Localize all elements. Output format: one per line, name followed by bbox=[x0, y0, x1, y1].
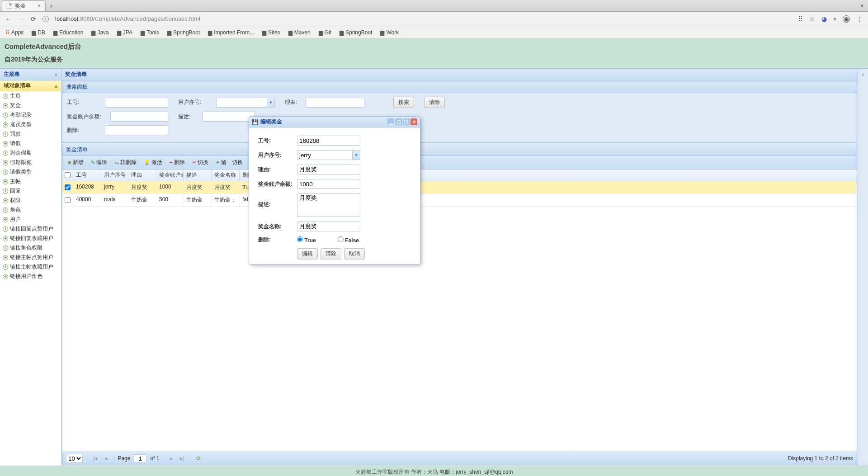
nav-item[interactable]: +链接角色权限 bbox=[0, 243, 61, 253]
radio-false-input[interactable] bbox=[338, 236, 344, 242]
last-page-icon[interactable]: ▸| bbox=[178, 455, 186, 462]
col-reason[interactable]: 理由 bbox=[128, 170, 156, 181]
select-all-checkbox[interactable] bbox=[65, 172, 71, 178]
nav-item[interactable]: +主页 bbox=[0, 91, 61, 101]
menu-icon[interactable]: ⋮ bbox=[856, 15, 863, 23]
bookmark-folder[interactable]: ▆Work bbox=[380, 29, 399, 36]
modal-balance-input[interactable] bbox=[297, 179, 360, 189]
search-reason-input[interactable] bbox=[306, 98, 364, 108]
bookmark-star-icon[interactable]: ☆ bbox=[809, 15, 815, 23]
nav-item[interactable]: +链接回复点赞用户 bbox=[0, 224, 61, 234]
collapse-icon[interactable]: « bbox=[54, 71, 57, 78]
radio-false[interactable]: False bbox=[338, 236, 374, 244]
pagesize-select[interactable]: 10 bbox=[66, 454, 83, 463]
switch-button[interactable]: ✂切换 bbox=[189, 157, 212, 168]
add-button[interactable]: ⊕新增 bbox=[64, 157, 87, 168]
profile-icon[interactable]: ◉ bbox=[843, 15, 850, 23]
url-text[interactable]: localhost:8080/CompleteAdvanced/pages/bo… bbox=[55, 15, 200, 22]
nav-item[interactable]: +主帖 bbox=[0, 177, 61, 186]
table-row[interactable]: 160208jerry月度奖1000月度奖月度奖tru bbox=[62, 181, 857, 194]
bookmark-folder[interactable]: ▆Tools bbox=[141, 29, 159, 36]
bookmark-folder[interactable]: ▆Imported From... bbox=[208, 29, 254, 36]
nav-item[interactable]: +雇员类型 bbox=[0, 120, 61, 129]
col-name[interactable]: 奖金名称 bbox=[212, 170, 240, 181]
nav-item[interactable]: +罚款 bbox=[0, 129, 61, 139]
col-desc[interactable]: 描述 bbox=[184, 170, 212, 181]
browser-tab[interactable]: 奖金 × bbox=[2, 0, 46, 11]
first-page-icon[interactable]: |◂ bbox=[91, 455, 99, 462]
search-del-input[interactable] bbox=[105, 125, 168, 135]
extension-icon[interactable]: ◕ bbox=[821, 15, 827, 23]
col-checkbox[interactable] bbox=[62, 170, 73, 181]
nav-item[interactable]: +请假 bbox=[0, 139, 61, 148]
bookmark-folder[interactable]: ▆Sites bbox=[262, 29, 280, 36]
radio-true[interactable]: True bbox=[297, 236, 333, 244]
search-desc-input[interactable] bbox=[203, 112, 255, 122]
bookmark-folder[interactable]: ▆Git bbox=[319, 29, 331, 36]
bookmark-folder[interactable]: ▆SpringBoot bbox=[167, 29, 200, 36]
restore-icon[interactable]: ❐ bbox=[403, 118, 410, 125]
modal-id-input[interactable] bbox=[297, 136, 360, 146]
maximize-icon[interactable]: ▢ bbox=[395, 118, 402, 125]
search-balance-input[interactable] bbox=[110, 112, 168, 122]
nav-item[interactable]: +链接主帖收藏用户 bbox=[0, 262, 61, 272]
bookmark-folder[interactable]: ▆SpringBoot bbox=[340, 29, 372, 36]
accordion-header[interactable]: 域对象清单 ▴ bbox=[0, 80, 61, 91]
new-tab-button[interactable]: + bbox=[49, 2, 53, 9]
reload-icon[interactable]: ⟳ bbox=[31, 15, 36, 23]
info-icon[interactable]: i bbox=[42, 16, 49, 22]
nav-item[interactable]: +回复 bbox=[0, 186, 61, 196]
radio-true-input[interactable] bbox=[297, 236, 303, 242]
modal-clear-button[interactable]: 清除 bbox=[321, 248, 341, 259]
tab-close-icon[interactable]: × bbox=[38, 3, 41, 9]
edit-button[interactable]: ✎编辑 bbox=[88, 157, 110, 168]
table-row[interactable]: 40000mala牛奶金500牛奶金牛奶金；fal bbox=[62, 194, 857, 207]
extension2-icon[interactable]: ▾ bbox=[833, 15, 836, 23]
nav-item[interactable]: +链接回复收藏用户 bbox=[0, 234, 61, 243]
nav-item[interactable]: +角色 bbox=[0, 205, 61, 215]
col-id[interactable]: 工号 bbox=[73, 170, 101, 181]
window-close-icon[interactable]: × bbox=[860, 3, 863, 9]
minimize-icon[interactable]: ▁ bbox=[387, 118, 394, 125]
modal-edit-button[interactable]: 编辑 bbox=[297, 248, 318, 259]
apps-bookmark[interactable]: ⠿Apps bbox=[5, 29, 24, 36]
search-id-input[interactable] bbox=[105, 98, 168, 108]
modal-reason-input[interactable] bbox=[297, 165, 360, 174]
dialog-header[interactable]: 💾 编辑奖金 ▁ ▢ ❐ ✕ bbox=[249, 117, 420, 127]
row-checkbox[interactable] bbox=[65, 184, 71, 190]
translate-icon[interactable]: ⠿ bbox=[798, 15, 803, 23]
search-button[interactable]: 搜索 bbox=[393, 97, 414, 108]
forward-icon[interactable]: → bbox=[18, 15, 24, 23]
stayswitch-button[interactable]: ✦留一切换 bbox=[212, 157, 246, 168]
softdelete-button[interactable]: ▭软删除 bbox=[111, 157, 140, 168]
row-checkbox[interactable] bbox=[65, 197, 71, 203]
nav-item[interactable]: +假期限额 bbox=[0, 158, 61, 167]
clear-button[interactable]: 清除 bbox=[424, 97, 445, 108]
modal-desc-textarea[interactable] bbox=[297, 193, 360, 217]
page-input[interactable] bbox=[134, 454, 146, 462]
col-user[interactable]: 用户序号 bbox=[101, 170, 128, 181]
bookmark-folder[interactable]: ▆DB bbox=[32, 29, 45, 36]
chevron-down-icon[interactable]: ▼ bbox=[352, 151, 360, 160]
back-icon[interactable]: ← bbox=[5, 15, 12, 23]
nav-item[interactable]: +链接主帖点赞用户 bbox=[0, 253, 61, 262]
activate-button[interactable]: 💡激活 bbox=[141, 157, 165, 168]
modal-user-combo[interactable] bbox=[297, 150, 360, 160]
refresh-icon[interactable]: ⟳ bbox=[194, 455, 203, 462]
chevron-down-icon[interactable]: ▼ bbox=[267, 98, 274, 107]
nav-item[interactable]: +奖金 bbox=[0, 101, 61, 110]
modal-name-input[interactable] bbox=[297, 222, 360, 231]
prev-page-icon[interactable]: ◂ bbox=[103, 455, 109, 462]
delete-button[interactable]: ━删除 bbox=[166, 157, 188, 168]
nav-item[interactable]: +链接用户角色 bbox=[0, 272, 61, 281]
search-user-combo[interactable] bbox=[216, 98, 275, 108]
close-icon[interactable]: ✕ bbox=[410, 118, 417, 125]
nav-item[interactable]: +用户 bbox=[0, 215, 61, 224]
col-balance[interactable]: 奖金账户余额 bbox=[156, 170, 184, 181]
right-collapse[interactable]: » bbox=[858, 69, 868, 466]
nav-item[interactable]: +考勤记录 bbox=[0, 110, 61, 120]
nav-item[interactable]: +权限 bbox=[0, 196, 61, 205]
bookmark-folder[interactable]: ▆Java bbox=[91, 29, 108, 36]
bookmark-folder[interactable]: ▆Maven bbox=[288, 29, 311, 36]
modal-cancel-button[interactable]: 取消 bbox=[344, 248, 365, 259]
